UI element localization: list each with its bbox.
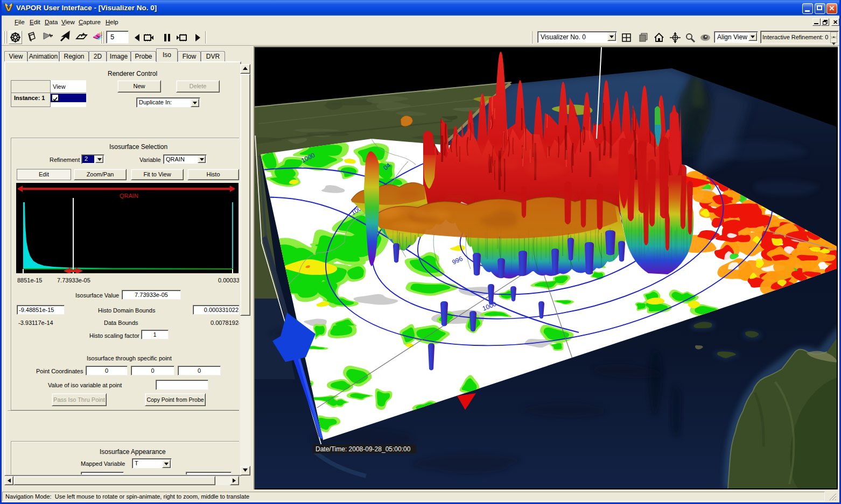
svg-text:Date/Time: 2008-09-28_05:00:00: Date/Time: 2008-09-28_05:00:00 (316, 445, 411, 453)
svg-text:QRAIN: QRAIN (120, 193, 138, 199)
